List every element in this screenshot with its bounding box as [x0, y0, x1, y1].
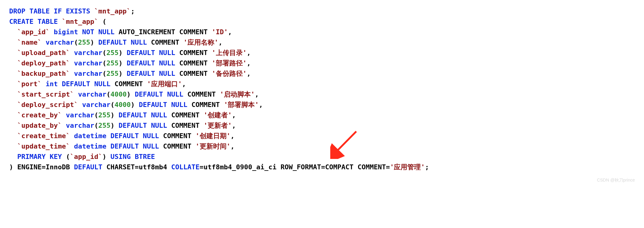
col-name: `name` — [17, 39, 42, 46]
kw-using: USING BTREE — [110, 153, 155, 160]
col-line: `upload_path` varchar(255) DEFAULT NULL … — [9, 49, 251, 57]
col-name: `deploy_script` — [17, 101, 78, 108]
rp: ) — [127, 90, 131, 98]
col-len: 255 — [106, 49, 119, 57]
rp: ) — [90, 39, 94, 46]
col-end: , — [247, 59, 251, 67]
col-comment: '应用名称' — [183, 39, 219, 46]
col-type: varchar — [46, 39, 74, 46]
col-line: `update_by` varchar(255) DEFAULT NULL CO… — [9, 122, 236, 129]
col-mods: DEFAULT NULL — [127, 49, 175, 57]
kw-create: CREATE TABLE — [9, 18, 58, 25]
col-extra: AUTO_INCREMENT COMMENT — [119, 28, 208, 36]
col-len: 255 — [98, 122, 110, 129]
col-end: , — [228, 28, 232, 36]
col-type: varchar — [74, 70, 102, 77]
col-type: varchar — [78, 90, 106, 98]
comment-str: '应用管理' — [390, 163, 425, 171]
col-len: 4000 — [114, 101, 131, 108]
lp: ( — [102, 49, 106, 57]
col-comment: '部署路径' — [212, 59, 247, 67]
col-type: bigint — [54, 28, 78, 36]
col-name: `create_by` — [17, 111, 62, 119]
col-end: , — [218, 39, 222, 46]
watermark-text: CSDN @秋刀prince — [597, 175, 635, 185]
sql-code-block: DROP TABLE IF EXISTS `mnt_app`; CREATE T… — [0, 0, 644, 189]
rp: ) — [119, 70, 123, 77]
col-mods: DEFAULT NULL — [62, 80, 110, 88]
col-end: , — [247, 49, 251, 57]
tail-semi: ; — [425, 163, 429, 171]
col-end: , — [247, 70, 251, 77]
col-comment: '更新时间' — [195, 142, 231, 150]
col-comment: '上传目录' — [212, 49, 247, 57]
lp: ( — [102, 70, 106, 77]
kw-drop: DROP TABLE IF EXISTS — [9, 7, 90, 15]
col-name: `create_time` — [17, 132, 70, 140]
comment-kw: COMMENT= — [357, 163, 390, 171]
pk-close: ) — [102, 153, 106, 160]
tail-line: ) ENGINE=InnoDB DEFAULT CHARSET=utf8mb4 … — [9, 163, 429, 171]
col-name: `start_script` — [17, 90, 74, 98]
col-type: int — [46, 80, 58, 88]
rowfmt: ROW_FORMAT=COMPACT — [280, 163, 353, 171]
col-mods: DEFAULT NULL — [110, 142, 159, 150]
col-len: 255 — [106, 59, 119, 67]
close-paren: ) — [9, 163, 13, 171]
col-type: varchar — [66, 111, 94, 119]
charset: CHARSET=utf8mb4 — [106, 163, 167, 171]
col-line: `create_time` datetime DEFAULT NULL COMM… — [9, 132, 235, 140]
col-type: varchar — [66, 122, 94, 129]
col-len: 4000 — [110, 90, 127, 98]
tbl-create: `mnt_app` — [62, 18, 98, 25]
col-end: , — [182, 80, 186, 88]
col-name: `update_time` — [17, 142, 70, 150]
kw-default: DEFAULT — [74, 163, 102, 171]
col-type: datetime — [74, 142, 106, 150]
col-mods: DEFAULT NULL — [135, 90, 183, 98]
lp: ( — [94, 122, 98, 129]
lp: ( — [94, 111, 98, 119]
lp: ( — [106, 90, 110, 98]
engine: ENGINE=InnoDB — [17, 163, 70, 171]
col-line: `backup_path` varchar(255) DEFAULT NULL … — [9, 70, 251, 77]
col-line: `deploy_path` varchar(255) DEFAULT NULL … — [9, 59, 251, 67]
col-name: `port` — [17, 80, 42, 88]
col-extra: COMMENT — [163, 142, 191, 150]
rp: ) — [110, 111, 114, 119]
annotation-arrow-icon — [330, 128, 361, 159]
col-mods: NOT NULL — [82, 28, 114, 36]
col-line: `update_time` datetime DEFAULT NULL COMM… — [9, 142, 235, 150]
lp: ( — [74, 39, 78, 46]
col-mods: DEFAULT NULL — [98, 39, 147, 46]
col-line: `app_id` bigint NOT NULL AUTO_INCREMENT … — [9, 28, 232, 36]
col-extra: COMMENT — [114, 80, 143, 88]
col-end: , — [232, 111, 236, 119]
semi-drop: ; — [131, 7, 135, 15]
col-len: 255 — [98, 111, 110, 119]
col-mods: DEFAULT NULL — [119, 111, 167, 119]
col-line: `create_by` varchar(255) DEFAULT NULL CO… — [9, 111, 236, 119]
col-extra: COMMENT — [171, 111, 200, 119]
col-type: varchar — [74, 49, 102, 57]
rp: ) — [131, 101, 135, 108]
col-extra: COMMENT — [191, 101, 220, 108]
col-comment: '部署脚本' — [224, 101, 259, 108]
lp: ( — [102, 59, 106, 67]
kw-collate: COLLATE — [171, 163, 200, 171]
col-mods: DEFAULT NULL — [127, 70, 175, 77]
col-name: `app_id` — [17, 28, 50, 36]
col-mods: DEFAULT NULL — [110, 132, 159, 140]
col-end: , — [231, 142, 235, 150]
line-create: CREATE TABLE `mnt_app` ( — [9, 18, 106, 25]
svg-line-0 — [336, 131, 356, 152]
col-name: `backup_path` — [17, 70, 70, 77]
col-mods: DEFAULT NULL — [127, 59, 175, 67]
col-end: , — [255, 90, 259, 98]
pk-col: `app_id` — [70, 153, 102, 160]
col-extra: COMMENT — [187, 90, 216, 98]
col-extra: COMMENT — [179, 59, 208, 67]
open-paren: ( — [98, 18, 106, 25]
kw-pk: PRIMARY KEY — [17, 153, 62, 160]
col-name: `deploy_path` — [17, 59, 70, 67]
